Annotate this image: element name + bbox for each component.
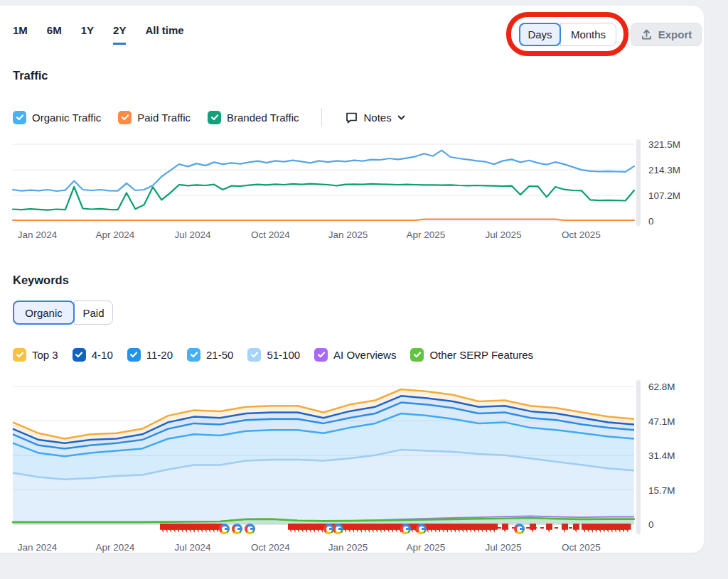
traffic-series-paid-traffic: [13, 220, 634, 220]
legend-label: Paid Traffic: [137, 112, 191, 124]
range-tab-1y[interactable]: 1Y: [81, 24, 94, 45]
legend-checkbox[interactable]: [13, 348, 26, 362]
legend-item-4-10[interactable]: 4-10: [73, 348, 113, 362]
traffic-section-title: Traffic: [13, 69, 48, 82]
legend-checkbox[interactable]: [13, 111, 26, 124]
keywords-toggle-organic[interactable]: Organic: [13, 301, 75, 325]
google-logo-icon[interactable]: [245, 524, 255, 534]
current-period-band: [636, 380, 641, 534]
x-axis-label: Oct 2024: [251, 542, 290, 553]
legend-checkbox[interactable]: [73, 348, 86, 362]
x-axis-label: Jul 2025: [486, 229, 522, 240]
legend-checkbox[interactable]: [118, 111, 132, 124]
legend-checkbox[interactable]: [410, 348, 424, 362]
google-logo-icon[interactable]: [416, 524, 427, 534]
y-axis-label: 0: [648, 519, 654, 530]
legend-label: AI Overviews: [333, 349, 396, 361]
keywords-organic-paid-toggle: OrganicPaid: [13, 301, 113, 325]
granularity-months[interactable]: Months: [560, 23, 616, 46]
notes-bubble-icon: [345, 111, 358, 124]
y-axis-label: 31.4M: [648, 450, 675, 461]
x-axis-label: Apr 2025: [406, 229, 445, 240]
legend-label: Top 3: [32, 349, 58, 361]
x-axis-label: Oct 2024: [251, 229, 290, 240]
legend-checkbox[interactable]: [247, 348, 261, 362]
notes-dropdown[interactable]: Notes: [345, 111, 405, 124]
legend-checkbox[interactable]: [127, 348, 141, 362]
date-range-tabs: 1M6M1Y2YAll time: [13, 24, 184, 45]
legend-label: Organic Traffic: [32, 112, 101, 124]
legend-checkbox[interactable]: [314, 348, 328, 362]
y-axis-label: 0: [648, 216, 654, 227]
legend-label: 51-100: [267, 349, 300, 361]
traffic-series-branded-traffic: [13, 184, 634, 210]
x-axis-label: Jul 2025: [486, 542, 522, 553]
traffic-chart: 321.5M214.3M107.2M0Jan 2024Apr 2024Jul 2…: [13, 139, 695, 253]
chevron-down-icon: [397, 113, 406, 122]
traffic-chart-svg: [13, 139, 634, 228]
keywords-legend: Top 34-1011-2021-5051-100AI OverviewsOth…: [13, 345, 533, 364]
legend-item-paid-traffic[interactable]: Paid Traffic: [118, 111, 191, 124]
granularity-toggle: DaysMonths: [519, 23, 616, 46]
legend-label: 4-10: [92, 349, 113, 361]
legend-label: Other SERP Features: [429, 349, 533, 361]
x-axis-label: Jul 2024: [175, 542, 211, 553]
y-axis-label: 47.1M: [648, 416, 675, 427]
google-logo-icon[interactable]: [232, 524, 242, 534]
traffic-legend: Organic TrafficPaid TrafficBranded Traff…: [13, 107, 406, 127]
legend-item-51-100[interactable]: 51-100: [247, 348, 300, 362]
legend-label: 11-20: [146, 349, 173, 361]
x-axis-label: Oct 2025: [562, 542, 601, 553]
y-axis-label: 321.5M: [648, 139, 680, 150]
y-axis-label: 15.7M: [648, 485, 675, 496]
range-tab-6m[interactable]: 6M: [47, 24, 62, 45]
legend-label: 21-50: [206, 349, 233, 361]
x-axis-label: Apr 2025: [406, 542, 445, 553]
google-logo-icon[interactable]: [400, 524, 411, 534]
legend-label: Branded Traffic: [227, 112, 299, 124]
google-logo-icon[interactable]: [219, 524, 230, 534]
x-axis-label: Jan 2025: [328, 229, 368, 240]
y-axis-label: 214.3M: [648, 165, 680, 175]
granularity-days[interactable]: Days: [519, 23, 561, 46]
legend-item-branded-traffic[interactable]: Branded Traffic: [208, 111, 299, 124]
x-axis-label: Oct 2025: [562, 229, 601, 240]
x-axis-label: Jan 2024: [18, 229, 58, 240]
legend-item-organic-traffic[interactable]: Organic Traffic: [13, 111, 101, 124]
keywords-chart: 62.8M47.1M31.4M15.7M0Jan 2024Apr 2024Jul…: [13, 380, 695, 553]
analytics-card: 1M6M1Y2YAll time DaysMonths Export Traff…: [0, 6, 704, 553]
x-axis-label: Jan 2025: [328, 542, 368, 553]
legend-divider: [321, 108, 322, 126]
keywords-toggle-paid[interactable]: Paid: [74, 301, 113, 325]
y-axis-label: 62.8M: [648, 382, 675, 392]
x-axis-label: Apr 2024: [95, 229, 134, 240]
export-button[interactable]: Export: [631, 23, 702, 46]
y-axis-label: 107.2M: [648, 190, 680, 201]
keywords-section-title: Keywords: [13, 274, 69, 287]
range-tab-all-time[interactable]: All time: [145, 24, 183, 45]
keywords-chart-svg: [13, 380, 634, 536]
google-logo-icon[interactable]: [514, 524, 525, 534]
range-tab-1m[interactable]: 1M: [13, 24, 28, 45]
google-logo-icon[interactable]: [333, 524, 343, 534]
range-tab-2y[interactable]: 2Y: [113, 24, 126, 45]
x-axis-label: Jan 2024: [18, 542, 58, 553]
legend-item-other-serp-features[interactable]: Other SERP Features: [410, 348, 533, 362]
legend-item-top-3[interactable]: Top 3: [13, 348, 58, 362]
x-axis-label: Jul 2024: [175, 229, 211, 240]
x-axis-label: Apr 2024: [95, 542, 134, 553]
legend-checkbox[interactable]: [208, 111, 221, 124]
export-label: Export: [658, 28, 692, 40]
export-upload-icon: [641, 28, 653, 40]
legend-checkbox[interactable]: [187, 348, 200, 362]
notes-label: Notes: [363, 112, 391, 124]
current-period-band: [636, 139, 641, 226]
legend-item-11-20[interactable]: 11-20: [127, 348, 173, 362]
legend-item-ai-overviews[interactable]: AI Overviews: [314, 348, 396, 362]
legend-item-21-50[interactable]: 21-50: [187, 348, 233, 362]
